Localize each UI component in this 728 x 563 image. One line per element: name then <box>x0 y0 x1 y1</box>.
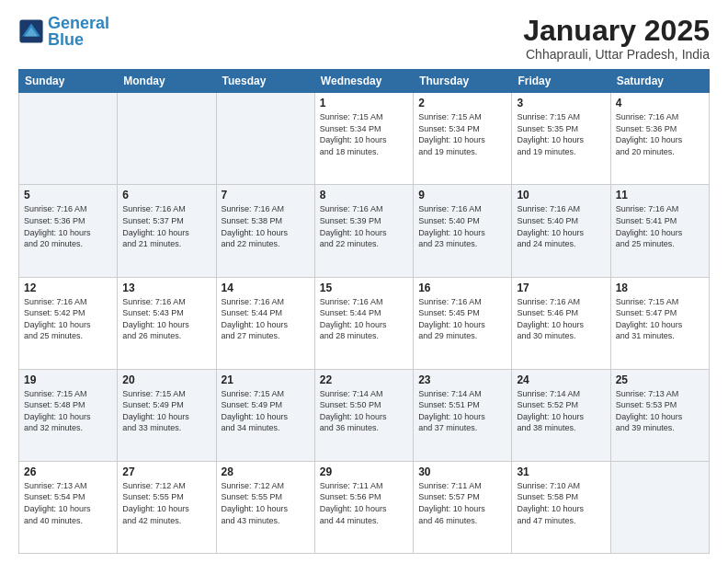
calendar-cell <box>216 93 314 185</box>
calendar-cell: 3Sunrise: 7:15 AMSunset: 5:35 PMDaylight… <box>512 93 610 185</box>
day-number: 17 <box>517 282 605 294</box>
calendar-cell: 8Sunrise: 7:16 AMSunset: 5:39 PMDaylight… <box>314 185 413 277</box>
calendar-week-1: 1Sunrise: 7:15 AMSunset: 5:34 PMDaylight… <box>19 93 710 185</box>
day-info: Sunrise: 7:13 AMSunset: 5:53 PMDaylight:… <box>616 388 704 434</box>
calendar-cell: 14Sunrise: 7:16 AMSunset: 5:44 PMDayligh… <box>216 277 314 369</box>
day-info: Sunrise: 7:16 AMSunset: 5:44 PMDaylight:… <box>222 296 310 342</box>
day-info: Sunrise: 7:14 AMSunset: 5:50 PMDaylight:… <box>320 388 408 434</box>
day-info: Sunrise: 7:12 AMSunset: 5:55 PMDaylight:… <box>122 480 210 526</box>
calendar-cell: 20Sunrise: 7:15 AMSunset: 5:49 PMDayligh… <box>118 369 216 461</box>
day-number: 12 <box>24 282 112 294</box>
calendar-cell: 28Sunrise: 7:12 AMSunset: 5:55 PMDayligh… <box>216 461 314 553</box>
calendar-cell: 1Sunrise: 7:15 AMSunset: 5:34 PMDaylight… <box>314 93 413 185</box>
weekday-header-tuesday: Tuesday <box>216 70 314 93</box>
day-info: Sunrise: 7:11 AMSunset: 5:57 PMDaylight:… <box>418 480 506 526</box>
calendar-cell: 24Sunrise: 7:14 AMSunset: 5:52 PMDayligh… <box>512 369 610 461</box>
weekday-header-friday: Friday <box>512 70 610 93</box>
day-number: 9 <box>418 189 506 201</box>
calendar-cell: 18Sunrise: 7:15 AMSunset: 5:47 PMDayligh… <box>610 277 709 369</box>
calendar-cell: 23Sunrise: 7:14 AMSunset: 5:51 PMDayligh… <box>414 369 512 461</box>
calendar-cell: 17Sunrise: 7:16 AMSunset: 5:46 PMDayligh… <box>512 277 610 369</box>
calendar-cell: 7Sunrise: 7:16 AMSunset: 5:38 PMDaylight… <box>216 185 314 277</box>
day-info: Sunrise: 7:16 AMSunset: 5:37 PMDaylight:… <box>122 203 210 249</box>
calendar-cell: 30Sunrise: 7:11 AMSunset: 5:57 PMDayligh… <box>414 461 512 553</box>
calendar-cell: 27Sunrise: 7:12 AMSunset: 5:55 PMDayligh… <box>118 461 216 553</box>
day-number: 2 <box>418 97 506 109</box>
day-info: Sunrise: 7:10 AMSunset: 5:58 PMDaylight:… <box>517 480 605 526</box>
calendar-cell: 15Sunrise: 7:16 AMSunset: 5:44 PMDayligh… <box>314 277 413 369</box>
calendar-week-4: 19Sunrise: 7:15 AMSunset: 5:48 PMDayligh… <box>19 369 710 461</box>
weekday-header-wednesday: Wednesday <box>314 70 413 93</box>
day-number: 8 <box>320 189 408 201</box>
day-info: Sunrise: 7:15 AMSunset: 5:49 PMDaylight:… <box>122 388 210 434</box>
day-info: Sunrise: 7:16 AMSunset: 5:46 PMDaylight:… <box>517 296 605 342</box>
day-info: Sunrise: 7:14 AMSunset: 5:51 PMDaylight:… <box>418 388 506 434</box>
calendar-week-2: 5Sunrise: 7:16 AMSunset: 5:36 PMDaylight… <box>19 185 710 277</box>
day-info: Sunrise: 7:15 AMSunset: 5:35 PMDaylight:… <box>517 111 605 157</box>
day-number: 20 <box>122 373 210 386</box>
day-info: Sunrise: 7:13 AMSunset: 5:54 PMDaylight:… <box>24 480 112 526</box>
day-info: Sunrise: 7:15 AMSunset: 5:49 PMDaylight:… <box>222 388 310 434</box>
calendar-cell: 26Sunrise: 7:13 AMSunset: 5:54 PMDayligh… <box>19 461 118 553</box>
day-info: Sunrise: 7:16 AMSunset: 5:36 PMDaylight:… <box>616 111 704 157</box>
calendar-cell <box>19 93 118 185</box>
day-info: Sunrise: 7:15 AMSunset: 5:34 PMDaylight:… <box>418 111 506 157</box>
calendar-cell: 19Sunrise: 7:15 AMSunset: 5:48 PMDayligh… <box>19 369 118 461</box>
day-number: 31 <box>517 465 605 478</box>
day-number: 7 <box>222 189 310 201</box>
day-info: Sunrise: 7:12 AMSunset: 5:55 PMDaylight:… <box>222 480 310 526</box>
logo: General Blue <box>18 15 109 48</box>
calendar-cell: 13Sunrise: 7:16 AMSunset: 5:43 PMDayligh… <box>118 277 216 369</box>
title-area: January 2025 Chhaprauli, Uttar Pradesh, … <box>523 15 710 62</box>
day-info: Sunrise: 7:16 AMSunset: 5:41 PMDaylight:… <box>616 203 704 249</box>
page: General Blue January 2025 Chhaprauli, Ut… <box>0 0 728 563</box>
day-number: 6 <box>122 189 210 201</box>
calendar-week-3: 12Sunrise: 7:16 AMSunset: 5:42 PMDayligh… <box>19 277 710 369</box>
weekday-header-sunday: Sunday <box>19 70 118 93</box>
calendar-cell <box>118 93 216 185</box>
day-info: Sunrise: 7:16 AMSunset: 5:39 PMDaylight:… <box>320 203 408 249</box>
day-number: 24 <box>517 373 605 386</box>
day-info: Sunrise: 7:15 AMSunset: 5:34 PMDaylight:… <box>320 111 408 157</box>
day-number: 13 <box>122 282 210 294</box>
day-info: Sunrise: 7:16 AMSunset: 5:43 PMDaylight:… <box>122 296 210 342</box>
day-number: 21 <box>222 373 310 386</box>
weekday-header-thursday: Thursday <box>414 70 512 93</box>
day-info: Sunrise: 7:16 AMSunset: 5:36 PMDaylight:… <box>24 203 112 249</box>
calendar-cell: 22Sunrise: 7:14 AMSunset: 5:50 PMDayligh… <box>314 369 413 461</box>
calendar-cell: 29Sunrise: 7:11 AMSunset: 5:56 PMDayligh… <box>314 461 413 553</box>
day-number: 5 <box>24 189 112 201</box>
day-number: 16 <box>418 282 506 294</box>
logo-text2: Blue <box>48 30 84 49</box>
calendar-cell: 10Sunrise: 7:16 AMSunset: 5:40 PMDayligh… <box>512 185 610 277</box>
logo-text1: General <box>48 14 109 32</box>
calendar-cell: 2Sunrise: 7:15 AMSunset: 5:34 PMDaylight… <box>414 93 512 185</box>
calendar-cell: 11Sunrise: 7:16 AMSunset: 5:41 PMDayligh… <box>610 185 709 277</box>
calendar-cell: 16Sunrise: 7:16 AMSunset: 5:45 PMDayligh… <box>414 277 512 369</box>
day-info: Sunrise: 7:14 AMSunset: 5:52 PMDaylight:… <box>517 388 605 434</box>
day-info: Sunrise: 7:16 AMSunset: 5:40 PMDaylight:… <box>517 203 605 249</box>
day-number: 15 <box>320 282 408 294</box>
day-info: Sunrise: 7:15 AMSunset: 5:47 PMDaylight:… <box>616 296 704 342</box>
day-info: Sunrise: 7:16 AMSunset: 5:45 PMDaylight:… <box>418 296 506 342</box>
day-info: Sunrise: 7:16 AMSunset: 5:40 PMDaylight:… <box>418 203 506 249</box>
header: General Blue January 2025 Chhaprauli, Ut… <box>18 15 710 62</box>
day-number: 18 <box>616 282 704 294</box>
logo-area: General Blue <box>18 15 109 48</box>
day-number: 29 <box>320 465 408 478</box>
calendar-cell: 25Sunrise: 7:13 AMSunset: 5:53 PMDayligh… <box>610 369 709 461</box>
logo-text: General Blue <box>48 15 109 48</box>
day-number: 30 <box>418 465 506 478</box>
day-number: 22 <box>320 373 408 386</box>
calendar-week-5: 26Sunrise: 7:13 AMSunset: 5:54 PMDayligh… <box>19 461 710 553</box>
weekday-header-monday: Monday <box>118 70 216 93</box>
day-number: 11 <box>616 189 704 201</box>
day-number: 10 <box>517 189 605 201</box>
logo-icon <box>18 18 44 44</box>
day-info: Sunrise: 7:16 AMSunset: 5:44 PMDaylight:… <box>320 296 408 342</box>
calendar-cell: 21Sunrise: 7:15 AMSunset: 5:49 PMDayligh… <box>216 369 314 461</box>
day-number: 4 <box>616 97 704 109</box>
day-info: Sunrise: 7:15 AMSunset: 5:48 PMDaylight:… <box>24 388 112 434</box>
day-number: 25 <box>616 373 704 386</box>
day-info: Sunrise: 7:16 AMSunset: 5:38 PMDaylight:… <box>222 203 310 249</box>
